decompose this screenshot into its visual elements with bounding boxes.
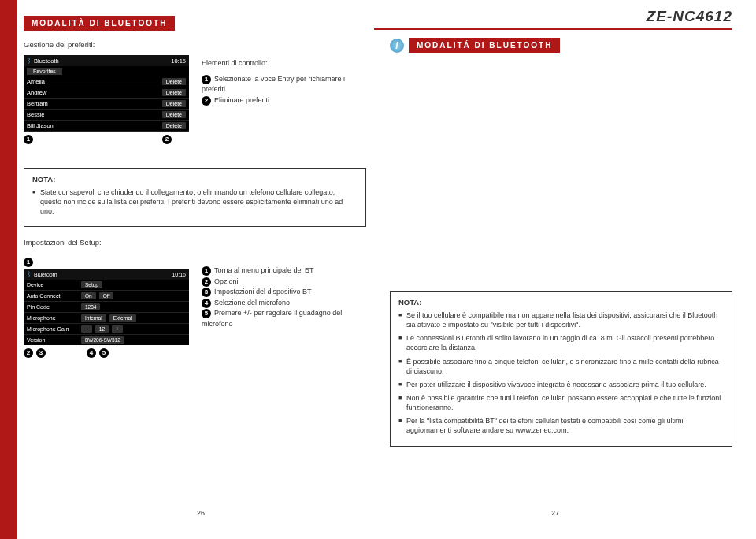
- row-pincode: Pin Code: [27, 304, 78, 310]
- left-section-title: MODALITÀ DI BLUETOOTH: [24, 16, 175, 31]
- sctrl-3: Impostazioni del dispositivo BT: [214, 288, 312, 296]
- info-icon: i: [390, 39, 404, 53]
- minus-button[interactable]: −: [81, 325, 92, 333]
- note-item: Per poter utilizzare il dispositivo viva…: [398, 380, 724, 389]
- marker-4: 4: [87, 348, 96, 358]
- row-autoconnect: Auto Connect: [27, 293, 78, 299]
- gain-value: 12: [95, 325, 109, 333]
- delete-button[interactable]: Delete: [162, 111, 186, 118]
- pagenum-right: 27: [551, 509, 559, 517]
- note-title: NOTA:: [398, 298, 724, 307]
- controls-heading: Elementi di controllo:: [202, 58, 366, 69]
- note-item: Per la "lista compatibilità BT" dei tele…: [398, 416, 724, 435]
- fav-time: 10:16: [171, 58, 186, 65]
- fav-row-name[interactable]: Bill Jiason: [27, 122, 162, 129]
- fav-row-name[interactable]: Amelia: [27, 78, 162, 85]
- pincode-value[interactable]: 1234: [81, 303, 100, 310]
- favorites-screenshot: ᛒ Bluetooth 10:16 Favorites AmeliaDelete…: [24, 55, 189, 132]
- setup-screenshot: ᛒ Bluetooth 10:16 DeviceSetup Auto Conne…: [24, 269, 189, 345]
- note-title: NOTA:: [32, 175, 358, 184]
- note-item: È possibile associare fino a cinque tele…: [398, 357, 724, 376]
- delete-button[interactable]: Delete: [162, 100, 186, 107]
- off-button[interactable]: Off: [99, 292, 114, 299]
- marker-2: 2: [162, 135, 172, 144]
- fav-row-name[interactable]: Bertram: [27, 100, 162, 107]
- ctrl-2: Eliminare preferiti: [214, 96, 269, 104]
- row-micgain: Microphone Gain: [27, 326, 78, 332]
- content: MODALITÀ DI BLUETOOTH Gestione dei prefe…: [24, 16, 732, 523]
- fav-title: Bluetooth: [31, 58, 171, 65]
- right-note-list: Se il tuo cellulare è compatibile ma non…: [398, 310, 724, 436]
- delete-button[interactable]: Delete: [162, 78, 186, 85]
- left-note-list: Siate consapevoli che chiudendo il colle…: [32, 188, 358, 216]
- marker-2: 2: [24, 348, 33, 358]
- fav-row-name[interactable]: Andrew: [27, 89, 162, 96]
- row-microphone: Microphone: [27, 315, 78, 321]
- note-item: Se il tuo cellulare è compatibile ma non…: [398, 310, 724, 329]
- page: ZE-NC4612 MODALITÀ DI BLUETOOTH Gestione…: [0, 0, 756, 539]
- red-strip: [0, 0, 17, 539]
- internal-button[interactable]: Internal: [81, 314, 106, 322]
- setup-controls: 1Torna al menu principale del BT 2Opzion…: [202, 253, 366, 358]
- marker-3: 3: [36, 348, 46, 358]
- right-note: NOTA: Se il tuo cellulare è compatibile …: [390, 291, 732, 447]
- row-version: Version: [27, 337, 78, 343]
- external-button[interactable]: External: [109, 314, 136, 322]
- fav-markers: 1 2: [24, 135, 189, 144]
- note-item: Non è possibile garantire che tutti i te…: [398, 393, 724, 412]
- sctrl-4: Selezione del microfono: [214, 299, 290, 307]
- ctrl-1: Selezionate la voce Entry per richiamare…: [202, 75, 345, 94]
- fav-tab: Favorites: [27, 68, 62, 75]
- fav-controls: Elementi di controllo: 1Selezionate la v…: [202, 55, 366, 144]
- marker-5: 5: [99, 348, 109, 358]
- setup-time: 10:16: [172, 272, 186, 277]
- sctrl-5: Premere +/- per regolare il guadagno del…: [202, 309, 342, 328]
- favorites-area: ᛒ Bluetooth 10:16 Favorites AmeliaDelete…: [24, 55, 189, 144]
- note-item: Siate consapevoli che chiudendo il colle…: [32, 188, 358, 216]
- version-value: BW206-SW312: [81, 336, 124, 344]
- delete-button[interactable]: Delete: [162, 89, 186, 96]
- left-column: MODALITÀ DI BLUETOOTH Gestione dei prefe…: [24, 16, 366, 523]
- delete-button[interactable]: Delete: [162, 122, 186, 129]
- right-section-title: MODALITÁ DI BLUETOOTH: [409, 38, 560, 53]
- setup-area: 1 ᛒ Bluetooth 10:16 DeviceSetup Auto Con…: [24, 253, 189, 358]
- note-item: Le connessioni Bluetooth di solito lavor…: [398, 333, 724, 352]
- marker-1: 1: [24, 258, 33, 267]
- right-column: i MODALITÁ DI BLUETOOTH NOTA: Se il tuo …: [390, 16, 732, 523]
- pagenum-left: 26: [197, 509, 205, 517]
- sctrl-1: Torna al menu principale del BT: [214, 266, 314, 274]
- plus-button[interactable]: +: [112, 325, 123, 333]
- setup-subhead: Impostazioni del Setup:: [24, 238, 366, 247]
- setup-tab[interactable]: Setup: [81, 281, 102, 288]
- fav-row-name[interactable]: Bessie: [27, 111, 162, 118]
- left-note: NOTA: Siate consapevoli che chiudendo il…: [24, 168, 366, 227]
- setup-title: Bluetooth: [31, 272, 172, 277]
- favorites-subhead: Gestione dei preferiti:: [24, 40, 366, 49]
- marker-1: 1: [24, 135, 33, 144]
- on-button[interactable]: On: [81, 292, 96, 299]
- sctrl-2: Opzioni: [214, 277, 239, 285]
- row-device: Device: [27, 282, 78, 288]
